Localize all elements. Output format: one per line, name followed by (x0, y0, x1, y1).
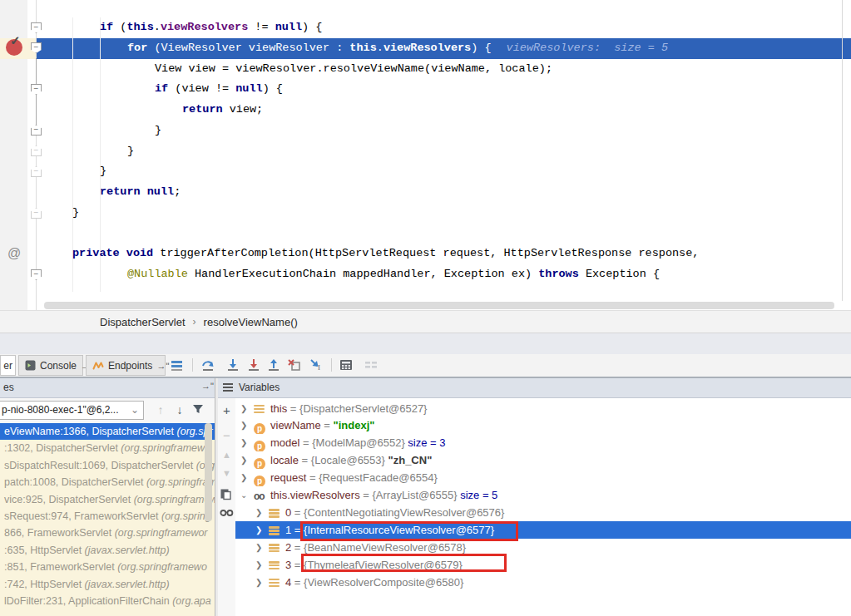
variable-row[interactable]: ❯plocale = {Locale@6553} "zh_CN" (235, 451, 851, 469)
chevron-collapsed-icon[interactable]: ❯ (240, 416, 247, 434)
stack-frame-row[interactable]: sDispatchResult:1069, DispatcherServlet … (0, 457, 215, 474)
stack-frame-row[interactable]: :635, HttpServlet (javax.servlet.http) (0, 542, 215, 559)
evaluate-expression-icon[interactable] (339, 357, 354, 372)
breadcrumb-method[interactable]: resolveViewName() (204, 316, 298, 328)
code-line: @Nullable HandlerExecutionChain mappedHa… (127, 264, 660, 285)
variable-value: {ContentNegotiatingViewResolver@6576} (304, 506, 504, 519)
frames-scrollbar[interactable] (205, 423, 212, 521)
editor-horizontal-scrollbar[interactable] (44, 302, 834, 309)
variable-value: {Locale@6553} (311, 454, 388, 466)
variables-panel-title: Variables (239, 382, 280, 393)
drop-frame-icon[interactable] (287, 357, 302, 372)
parameter-icon: p (254, 454, 265, 469)
chevron-collapsed-icon[interactable]: ❯ (255, 521, 262, 539)
panel-headers: es →ʺ Variables (0, 378, 851, 398)
variable-value: size = 5 (460, 489, 497, 501)
red-highlight-box (300, 521, 518, 541)
stack-frame-row[interactable]: :742, HttpServlet (javax.servlet.http) (0, 576, 215, 593)
layout-settings-icon[interactable] (364, 357, 378, 372)
value-icon (254, 402, 265, 417)
variable-row[interactable]: ❯4 = {ViewResolverComposite@6580} (235, 574, 851, 591)
variable-row[interactable]: ❯prequest = {RequestFacade@6554} (235, 469, 851, 486)
chevron-collapsed-icon[interactable]: ❯ (240, 451, 247, 469)
frame-location: :851, FrameworkServlet (4, 561, 117, 573)
frames-panel-title-partial: es (3, 382, 14, 393)
code-line: return null; (100, 182, 181, 203)
frame-location: :742, HttpServlet (4, 579, 85, 590)
tab-endpoints[interactable]: Endpoints →ʺ (86, 355, 166, 376)
variable-row[interactable]: ⌄oothis.viewResolvers = {ArrayList@6555}… (235, 486, 851, 504)
chevron-collapsed-icon[interactable]: ❯ (255, 504, 262, 521)
code-line: View view = viewResolver.resolveViewName… (155, 59, 552, 80)
thread-dropdown[interactable]: p-nio-8080-exec-1"@6,2... ⌄ (0, 401, 144, 420)
frame-location: patch:1008, DispatcherServlet (4, 476, 146, 488)
chevron-expanded-icon[interactable]: ⌄ (240, 486, 247, 504)
move-up-icon[interactable]: ↑ (153, 402, 168, 417)
code-line: return view; (182, 100, 263, 121)
stack-frame-row[interactable]: patch:1008, DispatcherServlet (org.sprin… (0, 474, 215, 490)
duplicate-watch-icon[interactable] (220, 488, 234, 502)
debug-window-header-strip (0, 333, 851, 354)
chevron-collapsed-icon[interactable]: ❯ (240, 400, 247, 417)
watch-glasses-icon: oo (254, 487, 265, 504)
chevron-collapsed-icon[interactable]: ❯ (255, 574, 262, 591)
step-into-icon[interactable] (225, 357, 240, 372)
variable-value: "zh_CN" (388, 454, 433, 466)
value-icon (269, 559, 280, 574)
chevron-collapsed-icon[interactable]: ❯ (255, 539, 262, 556)
stack-frame-row[interactable]: lDoFilter:231, ApplicationFilterChain (o… (0, 593, 215, 609)
code-line: } (155, 121, 161, 141)
threads-view-icon[interactable] (170, 357, 185, 372)
move-up-icon[interactable]: ▲ (220, 450, 234, 464)
red-highlight-box (301, 554, 507, 572)
variables-toolbar: + − ▲ ▼ (218, 398, 235, 616)
move-down-icon[interactable]: ↓ (172, 402, 187, 417)
variable-value: {RequestFacade@6554} (319, 471, 438, 484)
step-over-icon[interactable] (200, 357, 215, 372)
variables-tree: ❯this = {DispatcherServlet@6527}❯pviewNa… (235, 398, 851, 616)
stack-frame-row[interactable]: sRequest:974, FrameworkServlet (org.spri… (0, 508, 215, 525)
breadcrumb: DispatcherServlet › resolveViewName() (0, 310, 851, 333)
thread-selector-row: p-nio-8080-exec-1"@6,2... ⌄ ↑ ↓ (0, 398, 215, 423)
variable-name: this (270, 402, 287, 415)
remove-watch-icon[interactable]: − (220, 428, 234, 442)
stack-frame-row[interactable]: eViewName:1366, DispatcherServlet (org.s… (0, 423, 215, 440)
chevron-collapsed-icon[interactable]: ❯ (240, 469, 247, 486)
stack-frame-row[interactable]: vice:925, DispatcherServlet (org.springf… (0, 491, 215, 508)
stack-frame-row[interactable]: 866, FrameworkServlet (org.springframewo… (0, 525, 215, 541)
force-step-into-icon[interactable] (246, 357, 261, 372)
step-out-icon[interactable] (266, 357, 281, 372)
move-down-icon[interactable]: ▼ (220, 468, 234, 482)
filter-icon[interactable] (191, 402, 206, 417)
stack-frame-row[interactable]: :851, FrameworkServlet (org.springframew… (0, 559, 215, 575)
panel-pin-icon[interactable]: →ʺ (201, 381, 214, 391)
tab-console[interactable]: Console →ʺ (18, 355, 83, 376)
variables-panel-header: Variables (223, 382, 280, 393)
panel-menu-icon[interactable] (223, 382, 233, 393)
frame-package: (org.springframewor (115, 527, 208, 539)
frame-location: sDispatchResult:1069, DispatcherServlet (4, 460, 196, 471)
tab-debugger-partial[interactable]: er (0, 355, 16, 376)
variable-row[interactable]: ❯pviewName = "indexj" (235, 416, 851, 434)
chevron-down-icon: ⌄ (131, 402, 139, 419)
code-line: } (127, 141, 134, 162)
code-editor[interactable]: ✓ @ −−−−−−−− if (this.viewResolvers != n… (0, 0, 851, 310)
stack-frame-row[interactable]: :1302, DispatcherServlet (org.springfram… (0, 440, 215, 456)
code-line: } (100, 161, 106, 182)
variable-row[interactable]: ❯0 = {ContentNegotiatingViewResolver@657… (235, 504, 851, 521)
endpoints-icon (92, 360, 104, 371)
parameter-icon: p (254, 419, 265, 434)
variable-row[interactable]: ❯pmodel = {ModelMap@6552} size = 3 (235, 434, 851, 451)
variable-row[interactable]: ❯this = {DispatcherServlet@6527} (235, 400, 851, 417)
variable-name: viewName (270, 419, 321, 431)
frame-package: (org.spring (161, 510, 211, 522)
breadcrumb-class[interactable]: DispatcherServlet (100, 316, 186, 328)
add-watch-icon[interactable]: + (220, 403, 234, 417)
run-to-cursor-icon[interactable]: I (309, 357, 324, 372)
frame-package: (org.springframew (134, 494, 215, 505)
parameter-icon: p (254, 436, 265, 451)
chevron-collapsed-icon[interactable]: ❯ (240, 434, 247, 451)
watches-glasses-icon[interactable] (220, 507, 234, 521)
chevron-collapsed-icon[interactable]: ❯ (255, 556, 262, 574)
value-icon (269, 576, 280, 591)
